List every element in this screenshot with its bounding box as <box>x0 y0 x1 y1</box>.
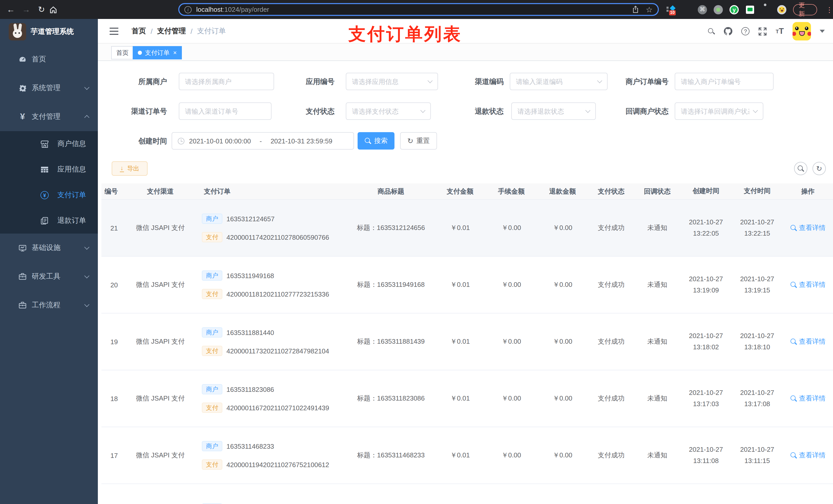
site-info-icon[interactable]: i <box>185 6 192 13</box>
paid-time: 13:11:15 <box>744 455 770 466</box>
profile-emoji-icon[interactable] <box>777 5 786 14</box>
download-icon: ↓ <box>120 165 124 172</box>
cell-amount: ￥0.01 <box>434 427 486 483</box>
filter-label: 回调商户状态 <box>602 102 669 120</box>
view-detail-link[interactable]: 查看详情 <box>790 451 826 460</box>
sidebar-item-label: 首页 <box>32 55 46 64</box>
sidebar-item-merchant-info[interactable]: 商户信息 <box>0 131 98 157</box>
forward-icon[interactable]: → <box>19 5 34 14</box>
url-text: localhost:1024/pay/order <box>196 6 269 13</box>
breadcrumb-home[interactable]: 首页 <box>132 27 146 36</box>
extensions-area: 10 ⌘ y 更新 ⋮ <box>666 0 833 19</box>
sidebar-item-pay-order[interactable]: ¥ 支付订单 <box>0 182 98 208</box>
tab-home[interactable]: 首页 <box>111 46 134 59</box>
page: ← → ↻ i localhost:1024/pay/order ☆ 10 ⌘ <box>0 0 833 504</box>
cell-refund: ￥0.00 <box>537 200 588 256</box>
view-detail-link[interactable]: 查看详情 <box>790 280 826 289</box>
refresh-icon: ↻ <box>816 165 822 172</box>
cell-channel: 微信 JSAPI 支付 <box>122 427 199 483</box>
tab-label: 支付订单 <box>145 48 170 57</box>
filter-label: 应用编号 <box>268 73 335 90</box>
search-icon[interactable] <box>708 28 715 34</box>
tab-pay-order[interactable]: 支付订单 × <box>133 46 182 59</box>
cell-amount: ￥0.01 <box>434 313 486 370</box>
cell-order-numbers: 商户1635311823086 支付4200001167202110271022… <box>199 370 347 427</box>
address-bar[interactable]: i localhost:1024/pay/order ☆ <box>178 3 659 16</box>
extensions-puzzle-icon[interactable] <box>761 5 770 14</box>
sidebar-item-system[interactable]: 系统管理 <box>0 74 98 102</box>
extension-chat-icon[interactable] <box>745 5 755 14</box>
view-detail-link[interactable]: 查看详情 <box>790 394 826 403</box>
refresh-table-button[interactable]: ↻ <box>812 162 826 175</box>
back-icon[interactable]: ← <box>3 5 19 14</box>
created-time: 13:17:03 <box>693 399 719 410</box>
cell-fee: ￥0.00 <box>486 257 537 313</box>
sidebar-item-refund-order[interactable]: 退款订单 <box>0 208 98 234</box>
cell-id: 20 <box>101 257 122 313</box>
sidebar-item-payment[interactable]: ¥ 支付管理 <box>0 102 98 131</box>
github-icon[interactable] <box>723 27 733 36</box>
extension-recorder-icon[interactable] <box>714 5 723 14</box>
refund-status-select[interactable] <box>511 102 596 120</box>
search-button-label: 搜索 <box>374 136 387 145</box>
chevron-down-icon <box>84 302 89 307</box>
browser-menu-icon[interactable]: ⋮ <box>826 5 833 14</box>
fullscreen-icon[interactable] <box>758 27 767 35</box>
browser-update-button[interactable]: 更新 <box>793 4 817 15</box>
channel-order-no-input[interactable] <box>179 102 271 120</box>
search-icon <box>790 452 797 459</box>
reset-button[interactable]: ↻ 重置 <box>400 132 437 149</box>
logo[interactable]: 芋道管理系统 <box>0 19 98 45</box>
pay-order-no: 4200001181202110277723215336 <box>227 290 329 298</box>
cell-channel: 微信 JSAPI 支付 <box>122 200 199 256</box>
cell-title: 标题：1635311881439 <box>347 313 434 370</box>
home-icon[interactable] <box>49 5 65 14</box>
breadcrumb-payment[interactable]: 支付管理 <box>157 27 186 36</box>
export-button[interactable]: ↓ 导出 <box>112 161 147 176</box>
show-search-button[interactable] <box>794 162 807 175</box>
sidebar-item-workflow[interactable]: 工作流程 <box>0 291 98 320</box>
avatar-caret-icon[interactable] <box>820 30 825 33</box>
sidebar-item-infrastructure[interactable]: 基础设施 <box>0 234 98 262</box>
app: 芋道管理系统 首页 系统管理 ¥ 支付管理 <box>0 19 833 504</box>
tab-close-icon[interactable]: × <box>173 50 177 56</box>
pay-status-select[interactable] <box>346 102 431 120</box>
bookmark-star-icon[interactable]: ☆ <box>646 6 653 13</box>
channel-code-input[interactable] <box>510 73 608 90</box>
create-time-range-input[interactable]: 2021-10-01 00:00:00 - 2021-10-31 23:59:5… <box>172 132 354 149</box>
app-select[interactable] <box>346 73 438 90</box>
sidebar-item-app-info[interactable]: 应用信息 <box>0 157 98 182</box>
paid-time: 13:18:10 <box>744 342 770 353</box>
search-icon <box>790 395 797 402</box>
font-size-icon[interactable]: TT <box>776 27 784 36</box>
reload-icon[interactable]: ↻ <box>34 5 49 14</box>
sidebar-item-dev-tools[interactable]: 研发工具 <box>0 262 98 291</box>
extension-y-icon[interactable]: y <box>730 5 739 14</box>
merchant-order-no-input[interactable] <box>675 73 774 90</box>
col-header: 商品标题 <box>347 183 434 199</box>
view-detail-link[interactable]: 查看详情 <box>790 223 826 233</box>
search-button[interactable]: 搜索 <box>358 132 395 149</box>
table-row: 20 微信 JSAPI 支付 商户1635311949168 支付4200001… <box>101 257 833 313</box>
sidebar-fold-icon[interactable] <box>110 28 118 29</box>
paid-date: 2021-10-27 <box>740 217 774 228</box>
pay-tag: 支付 <box>202 403 222 413</box>
chevron-down-icon <box>84 245 89 250</box>
search-icon <box>364 138 371 144</box>
cell-paid: 2021-10-2713:22:15 <box>732 200 783 256</box>
view-detail-label: 查看详情 <box>799 223 826 233</box>
extension-grid-icon[interactable]: 10 <box>666 5 675 14</box>
extension-gem-icon[interactable] <box>682 5 691 14</box>
view-detail-link[interactable]: 查看详情 <box>790 337 826 346</box>
pay-tag: 支付 <box>202 232 222 242</box>
help-icon[interactable]: ? <box>741 27 749 35</box>
cell-fee: ￥0.00 <box>486 313 537 370</box>
sidebar-item-label: 支付订单 <box>57 191 86 200</box>
share-icon[interactable] <box>632 6 639 13</box>
chevron-down-icon <box>84 85 89 90</box>
user-avatar[interactable] <box>792 22 811 41</box>
sidebar-item-home[interactable]: 首页 <box>0 45 98 74</box>
merchant-select[interactable] <box>179 73 274 90</box>
extension-command-icon[interactable]: ⌘ <box>698 5 707 14</box>
callback-status-select[interactable] <box>675 102 763 120</box>
